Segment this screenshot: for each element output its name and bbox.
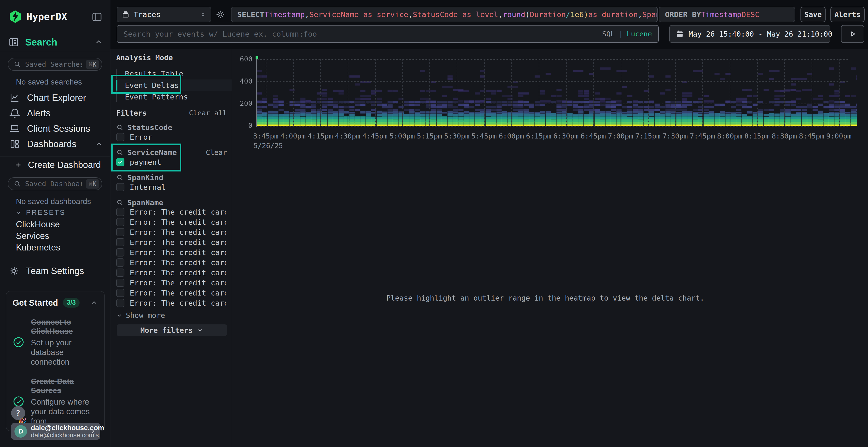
checkbox[interactable]	[116, 228, 124, 236]
clear-filter-link[interactable]: Clear	[206, 148, 227, 157]
chevron-up-icon[interactable]	[94, 38, 103, 46]
chevron-up-icon[interactable]	[90, 299, 98, 307]
filter-option[interactable]: Error: The credit card …	[116, 278, 232, 288]
sidebar-item-chart-explorer[interactable]: Chart Explorer	[0, 90, 110, 105]
filters-panel: Analysis Mode Results TableEvent DeltasE…	[111, 49, 232, 447]
checkbox[interactable]	[116, 289, 124, 297]
filter-option[interactable]: Error: The credit card …	[116, 217, 232, 227]
v-gridline	[621, 59, 621, 126]
order-by-input[interactable]: ORDER BY Timestamp DESC	[659, 7, 795, 22]
filter-option[interactable]: payment	[116, 157, 232, 167]
mode-item-event-patterns[interactable]: Event Patterns	[116, 91, 232, 103]
mode-item-event-deltas[interactable]: Event Deltas	[116, 79, 232, 91]
preset-item-services[interactable]: Services	[0, 230, 110, 242]
v-gridline	[648, 59, 649, 126]
checkbox-checked[interactable]	[116, 158, 124, 166]
source-settings-gear-icon[interactable]	[215, 9, 226, 20]
filter-option[interactable]: Error	[116, 132, 232, 142]
filter-group-statuscode: StatusCodeError	[111, 123, 232, 142]
duration-heatmap[interactable]	[257, 57, 857, 127]
filter-option[interactable]: Error: The credit card …	[116, 288, 232, 298]
run-query-button[interactable]	[841, 25, 864, 43]
chevron-down-icon	[197, 327, 203, 333]
filter-option[interactable]: Error: The credit card …	[116, 247, 232, 257]
filter-option[interactable]: Error: The credit card …	[116, 268, 232, 278]
filter-option[interactable]: Internal	[116, 182, 232, 193]
v-gridline	[839, 59, 840, 126]
checkbox[interactable]	[116, 279, 124, 287]
sidebar-item-client-sessions[interactable]: Client Sessions	[0, 121, 110, 136]
chevron-down-icon	[15, 209, 22, 216]
sidebar-item-alerts[interactable]: Alerts	[0, 105, 110, 121]
y-axis-tick: 400	[232, 77, 252, 85]
select-updown-icon	[199, 11, 207, 18]
filter-option[interactable]: Error: The credit card …	[116, 227, 232, 237]
search-section-label: Search	[25, 37, 57, 48]
language-lucene[interactable]: Lucene	[627, 30, 652, 38]
language-sql[interactable]: SQL	[602, 30, 615, 38]
sidebar-section-search[interactable]: Search	[8, 37, 103, 48]
mode-item-results-table[interactable]: Results Table	[116, 68, 232, 79]
checkbox[interactable]	[116, 269, 124, 277]
checkbox[interactable]	[116, 218, 124, 226]
v-gridline	[512, 59, 512, 126]
filter-option[interactable]: Error: The credit card …	[116, 207, 232, 217]
v-gridline	[402, 59, 403, 126]
play-icon	[848, 30, 857, 38]
filter-option[interactable]: Error: The credit card …	[116, 298, 232, 308]
v-gridline	[702, 59, 703, 126]
alerts-icon	[9, 108, 20, 119]
checkbox[interactable]	[116, 259, 124, 267]
preset-item-clickhouse[interactable]: ClickHouse	[0, 219, 110, 230]
saved-searches-input[interactable]: Saved Searches ⌘K	[8, 58, 102, 71]
v-gridline	[429, 59, 430, 126]
y-axis-tick: 0	[232, 122, 252, 130]
date-range-value: May 26 15:40:00 - May 26 21:10:00	[689, 30, 832, 38]
check-circle-icon	[12, 396, 25, 408]
dashboards-icon	[9, 138, 20, 149]
app-title: HyperDX	[27, 11, 67, 22]
heatmap-drag-handle[interactable]	[255, 56, 258, 59]
checkbox[interactable]	[116, 238, 124, 246]
help-button[interactable]: ?	[11, 406, 25, 420]
checkbox[interactable]	[116, 183, 124, 191]
shortcut-badge: ⌘K	[86, 179, 99, 188]
search-icon	[13, 61, 21, 68]
get-started-item[interactable]: Connect to ClickHouseSet up your databas…	[12, 318, 98, 367]
save-button[interactable]: Save	[801, 7, 826, 22]
sql-select-input[interactable]: SELECT Timestamp, ServiceName as service…	[231, 7, 658, 22]
saved-searches-placeholder: Saved Searches	[25, 60, 82, 68]
clear-all-link[interactable]: Clear all	[189, 109, 227, 117]
sidebar-item-team-settings[interactable]: Team Settings	[9, 265, 84, 276]
language-toggle[interactable]: SQL | Lucene	[602, 30, 652, 38]
presets-toggle[interactable]: PRESETS	[15, 209, 65, 216]
show-more-link[interactable]: Show more	[116, 310, 232, 320]
v-gridline	[784, 59, 785, 126]
sidebar-item-dashboards[interactable]: Dashboards	[0, 136, 110, 152]
filter-option[interactable]: Error: The credit card …	[116, 257, 232, 268]
no-saved-dashboards-text: No saved dashboards	[16, 197, 91, 206]
user-email: dale@clickhouse.com	[31, 424, 85, 432]
search-input[interactable]: Search your events w/ Lucene ex. column:…	[117, 25, 659, 43]
more-filters-button[interactable]: More filters	[117, 324, 227, 336]
client-sessions-icon	[9, 123, 20, 134]
sidebar: HyperDX Search Saved Searches ⌘K No save…	[0, 0, 111, 447]
checkbox[interactable]	[116, 299, 124, 307]
create-dashboard-button[interactable]: Create Dashboard	[14, 160, 101, 171]
user-menu[interactable]: D dale@clickhouse.com dale@clickhouse.co…	[11, 423, 100, 440]
source-select[interactable]: Traces	[117, 7, 211, 22]
filter-option[interactable]: Error: The credit card …	[116, 237, 232, 247]
filter-group-servicename: ServiceNameClearpayment	[111, 148, 232, 167]
search-icon	[116, 199, 123, 206]
alerts-button[interactable]: Alerts	[830, 7, 865, 22]
checkbox[interactable]	[116, 248, 124, 256]
date-range-picker[interactable]: May 26 15:40:00 - May 26 21:10:00	[669, 25, 830, 43]
v-gridline	[812, 59, 812, 126]
checkbox[interactable]	[116, 208, 124, 216]
preset-item-kubernetes[interactable]: Kubernetes	[0, 242, 110, 253]
sidebar-collapse-icon[interactable]	[91, 11, 103, 23]
chart-area: 6004002000 3:45pm4:00pm4:15pm4:30pm4:45p…	[232, 49, 868, 447]
v-gridline	[320, 59, 321, 126]
saved-dashboards-input[interactable]: Saved Dashboards ⌘K	[8, 177, 102, 190]
checkbox[interactable]	[116, 133, 124, 141]
